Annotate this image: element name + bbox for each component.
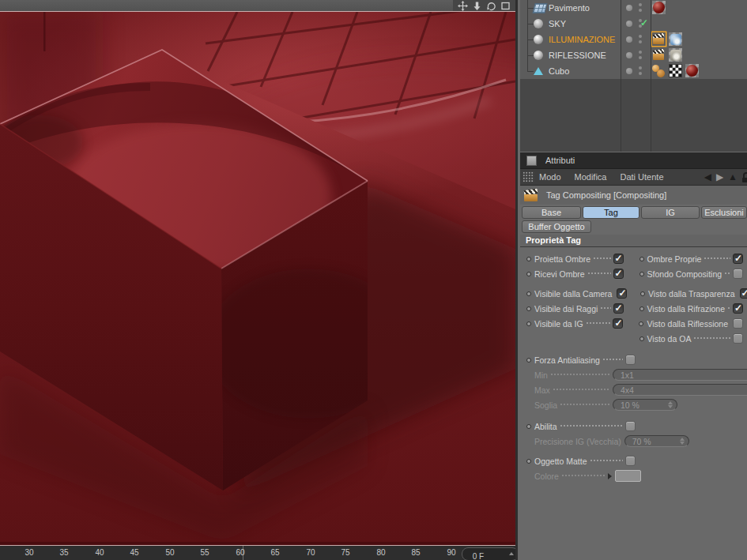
anim-dot-icon xyxy=(639,306,644,311)
editor-dot[interactable] xyxy=(639,35,642,38)
prop-label: Proietta Ombre xyxy=(534,254,590,264)
object-row-illuminazione[interactable]: ILLUMINAZIONE xyxy=(520,32,747,47)
visibility-dot[interactable] xyxy=(626,68,632,74)
toggle-view-icon[interactable] xyxy=(500,1,511,11)
zoom-icon[interactable] xyxy=(472,1,482,11)
dot-leader xyxy=(602,359,623,360)
visibility-dot[interactable] xyxy=(626,21,632,27)
checkbox-proietta-ombre[interactable] xyxy=(613,254,624,264)
rotate-icon[interactable] xyxy=(486,1,496,11)
tab-ig[interactable]: IG xyxy=(641,206,700,219)
render-dot[interactable] xyxy=(639,56,642,59)
texture-tag-icon[interactable] xyxy=(669,48,682,62)
floor-object-icon xyxy=(532,3,547,13)
prop-label: Visibile dai Raggi xyxy=(534,304,598,314)
checkerboard-tag-icon[interactable] xyxy=(669,64,682,77)
tab-tag[interactable]: Tag xyxy=(583,206,639,219)
render-dot[interactable] xyxy=(639,9,642,12)
editor-dot[interactable] xyxy=(639,3,642,6)
grip-icon[interactable] xyxy=(523,171,534,182)
tab-esclusioni[interactable]: Esclusioni xyxy=(701,206,747,219)
tab-buffer-oggetto[interactable]: Buffer Oggetto xyxy=(522,220,591,233)
checkbox-visto-trasparenza[interactable] xyxy=(740,288,747,299)
visibility-dot[interactable] xyxy=(626,52,632,58)
tab-base[interactable]: Base xyxy=(522,206,581,219)
object-manager: Pavimento SKY ✓ ILLUMINAZIONE xyxy=(520,0,747,152)
checkbox-visibile-camera[interactable] xyxy=(617,288,627,299)
visibility-dot[interactable] xyxy=(626,36,632,43)
object-row-riflessione[interactable]: RIFLESSIONE xyxy=(520,47,747,63)
render-dot[interactable] xyxy=(639,40,642,43)
texture-tag-icon[interactable] xyxy=(669,32,682,46)
pan-icon[interactable] xyxy=(458,1,468,11)
checkbox-visibile-raggi[interactable] xyxy=(613,303,624,314)
history-back-icon[interactable]: ◀ xyxy=(704,172,711,182)
lock-icon[interactable] xyxy=(742,172,747,182)
panel-title: Attributi xyxy=(545,156,575,165)
editor-dot[interactable] xyxy=(639,51,642,54)
checkbox-visto-riflessione[interactable] xyxy=(733,318,743,329)
max-dropdown: 4x4 xyxy=(613,384,747,396)
editor-dot[interactable] xyxy=(639,66,642,70)
dot-leader xyxy=(553,389,610,390)
prop-label: Max xyxy=(534,385,550,395)
render-view[interactable] xyxy=(0,12,515,542)
ruler-tick: 85 xyxy=(406,548,425,557)
frame-spinner-icon[interactable] xyxy=(509,552,514,555)
history-forward-icon[interactable]: ▶ xyxy=(716,172,723,182)
ruler-tick: 70 xyxy=(301,548,320,557)
checkbox-ricevi-ombre[interactable] xyxy=(613,269,624,279)
checkbox-ombre-proprie[interactable] xyxy=(733,254,743,264)
om-column-divider[interactable] xyxy=(651,0,651,152)
dot-leader xyxy=(561,475,605,476)
viewport-titlebar xyxy=(0,0,515,12)
menu-dati-utente[interactable]: Dati Utente xyxy=(621,172,664,182)
up-level-icon[interactable]: ▲ xyxy=(728,172,738,182)
anim-dot-icon xyxy=(526,321,531,326)
menu-modifica[interactable]: Modifica xyxy=(575,172,607,182)
checkbox-oggetto-matte[interactable] xyxy=(625,456,636,466)
om-column-divider[interactable] xyxy=(621,0,621,152)
ruler-tick: 50 xyxy=(160,548,179,557)
checkbox-visto-oa[interactable] xyxy=(733,333,743,344)
object-row-pavimento[interactable]: Pavimento xyxy=(520,0,747,16)
menu-modo[interactable]: Modo xyxy=(539,172,561,182)
prop-label: Soglia xyxy=(534,400,557,410)
prop-label: Forza Antialiasing xyxy=(534,355,600,365)
phong-tag-icon[interactable] xyxy=(652,64,666,77)
right-panel: Pavimento SKY ✓ ILLUMINAZIONE xyxy=(515,0,747,560)
object-row-sky[interactable]: SKY ✓ xyxy=(520,16,747,32)
prop-label: Precisione IG (Vecchia) xyxy=(534,437,621,446)
checkbox-visto-rifrazione[interactable] xyxy=(733,303,743,314)
checkbox-sfondo-compositing[interactable] xyxy=(733,269,743,279)
object-row-cubo[interactable]: Cubo xyxy=(520,63,747,79)
ruler-tick: 55 xyxy=(195,548,214,557)
checkbox-forza-antialiasing[interactable] xyxy=(625,355,636,365)
anim-dot-icon xyxy=(526,459,531,464)
enabled-check-icon[interactable]: ✓ xyxy=(640,17,648,28)
prop-label: Visto dalla Riflessione xyxy=(647,319,728,329)
render-dot[interactable] xyxy=(639,72,642,75)
tag-properties: Proietta Ombre Ombre Proprie Ricevi Ombr… xyxy=(520,247,747,483)
timeline-ruler[interactable]: 30 35 40 45 50 55 60 65 70 75 80 85 90 0… xyxy=(0,546,515,560)
tag-title: Tag Compositing [Compositing] xyxy=(546,190,666,200)
expand-arrow-icon[interactable] xyxy=(608,473,612,479)
checkbox-visibile-ig[interactable] xyxy=(613,318,623,329)
current-frame-field[interactable]: 0 F xyxy=(462,547,519,560)
compositing-tag-icon[interactable] xyxy=(652,48,666,62)
ruler-tick: 80 xyxy=(372,548,390,557)
dot-leader xyxy=(560,425,623,427)
sphere-object-icon xyxy=(534,35,543,44)
ruler-tick: 90 xyxy=(442,548,461,557)
material-tag-icon[interactable] xyxy=(652,1,666,14)
dot-leader xyxy=(724,272,730,274)
checkbox-abilita[interactable] xyxy=(625,421,636,431)
render-scene xyxy=(0,12,515,542)
soglia-field: 10 % xyxy=(613,399,677,411)
prop-label: Abilita xyxy=(534,422,557,431)
dot-leader xyxy=(704,257,730,259)
compositing-tag-icon-selected[interactable] xyxy=(652,32,666,46)
visibility-dot[interactable] xyxy=(626,5,632,11)
prop-label: Oggetto Matte xyxy=(534,457,587,466)
material-tag-icon[interactable] xyxy=(685,64,699,77)
